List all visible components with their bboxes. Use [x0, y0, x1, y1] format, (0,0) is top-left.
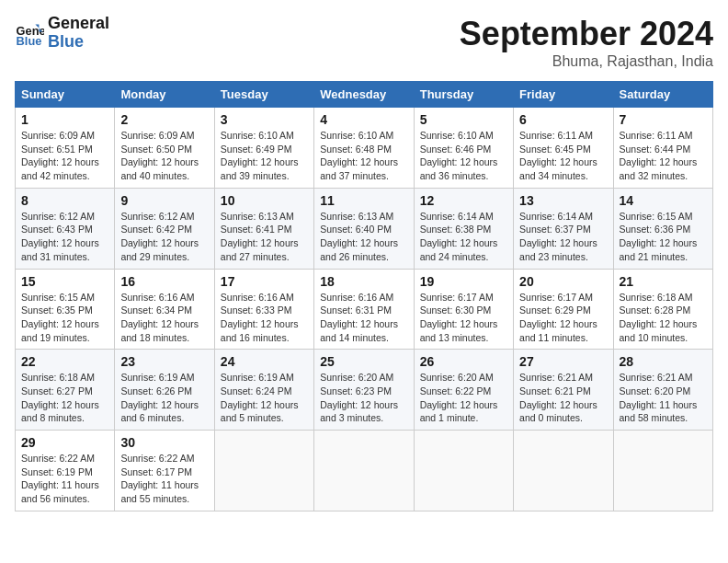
day-number: 15: [21, 274, 108, 289]
calendar-day-cell: 4Sunrise: 6:10 AM Sunset: 6:48 PM Daylig…: [314, 108, 414, 189]
calendar-day-cell: 12Sunrise: 6:14 AM Sunset: 6:38 PM Dayli…: [414, 188, 513, 269]
calendar-day-cell: 25Sunrise: 6:20 AM Sunset: 6:23 PM Dayli…: [314, 350, 414, 431]
calendar-day-cell: 27Sunrise: 6:21 AM Sunset: 6:21 PM Dayli…: [514, 350, 613, 431]
calendar-day-cell: 7Sunrise: 6:11 AM Sunset: 6:44 PM Daylig…: [613, 108, 712, 189]
page-header: General Blue General Blue September 2024…: [15, 15, 713, 70]
col-header-thursday: Thursday: [414, 82, 513, 108]
calendar-week-row: 22Sunrise: 6:18 AM Sunset: 6:27 PM Dayli…: [16, 350, 713, 431]
day-detail: Sunrise: 6:18 AM Sunset: 6:27 PM Dayligh…: [21, 371, 108, 425]
col-header-monday: Monday: [115, 82, 214, 108]
day-number: 19: [420, 274, 507, 289]
calendar-day-cell: 14Sunrise: 6:15 AM Sunset: 6:36 PM Dayli…: [613, 188, 712, 269]
calendar-day-cell: 29Sunrise: 6:22 AM Sunset: 6:19 PM Dayli…: [16, 431, 115, 511]
calendar-day-cell: 28Sunrise: 6:21 AM Sunset: 6:20 PM Dayli…: [613, 350, 712, 431]
calendar-week-row: 1Sunrise: 6:09 AM Sunset: 6:51 PM Daylig…: [16, 108, 713, 189]
col-header-sunday: Sunday: [16, 82, 115, 108]
day-number: 13: [519, 193, 607, 208]
day-number: 30: [120, 435, 208, 450]
calendar-day-cell: 9Sunrise: 6:12 AM Sunset: 6:42 PM Daylig…: [115, 188, 214, 269]
logo-text-blue: Blue: [48, 33, 109, 52]
calendar-day-cell: [214, 431, 313, 511]
day-detail: Sunrise: 6:17 AM Sunset: 6:30 PM Dayligh…: [420, 291, 507, 345]
day-detail: Sunrise: 6:14 AM Sunset: 6:38 PM Dayligh…: [420, 210, 507, 264]
day-detail: Sunrise: 6:12 AM Sunset: 6:42 PM Dayligh…: [120, 210, 208, 264]
calendar-title-block: September 2024 Bhuma, Rajasthan, India: [460, 15, 713, 70]
day-detail: Sunrise: 6:20 AM Sunset: 6:23 PM Dayligh…: [320, 371, 407, 425]
calendar-table: SundayMondayTuesdayWednesdayThursdayFrid…: [15, 81, 713, 511]
day-number: 28: [620, 354, 707, 369]
day-detail: Sunrise: 6:20 AM Sunset: 6:22 PM Dayligh…: [420, 371, 507, 425]
day-detail: Sunrise: 6:15 AM Sunset: 6:35 PM Dayligh…: [21, 291, 108, 345]
day-number: 25: [320, 354, 407, 369]
day-number: 2: [120, 112, 208, 127]
day-number: 26: [420, 354, 507, 369]
calendar-week-row: 29Sunrise: 6:22 AM Sunset: 6:19 PM Dayli…: [16, 431, 713, 511]
day-detail: Sunrise: 6:10 AM Sunset: 6:48 PM Dayligh…: [320, 129, 407, 183]
calendar-day-cell: 10Sunrise: 6:13 AM Sunset: 6:41 PM Dayli…: [214, 188, 313, 269]
day-number: 16: [120, 274, 208, 289]
day-number: 7: [620, 112, 707, 127]
day-detail: Sunrise: 6:11 AM Sunset: 6:45 PM Dayligh…: [519, 129, 607, 183]
calendar-day-cell: 6Sunrise: 6:11 AM Sunset: 6:45 PM Daylig…: [514, 108, 613, 189]
day-detail: Sunrise: 6:09 AM Sunset: 6:50 PM Dayligh…: [120, 129, 208, 183]
calendar-day-cell: 19Sunrise: 6:17 AM Sunset: 6:30 PM Dayli…: [414, 269, 513, 350]
day-detail: Sunrise: 6:17 AM Sunset: 6:29 PM Dayligh…: [519, 291, 607, 345]
day-number: 6: [519, 112, 607, 127]
day-detail: Sunrise: 6:19 AM Sunset: 6:26 PM Dayligh…: [120, 371, 208, 425]
day-number: 4: [320, 112, 407, 127]
calendar-day-cell: 11Sunrise: 6:13 AM Sunset: 6:40 PM Dayli…: [314, 188, 414, 269]
day-number: 1: [21, 112, 108, 127]
calendar-day-cell: 3Sunrise: 6:10 AM Sunset: 6:49 PM Daylig…: [214, 108, 313, 189]
day-number: 22: [21, 354, 108, 369]
day-number: 9: [120, 193, 208, 208]
calendar-day-cell: [414, 431, 513, 511]
day-number: 20: [519, 274, 607, 289]
day-detail: Sunrise: 6:10 AM Sunset: 6:49 PM Dayligh…: [221, 129, 308, 183]
day-detail: Sunrise: 6:19 AM Sunset: 6:24 PM Dayligh…: [221, 371, 308, 425]
col-header-wednesday: Wednesday: [314, 82, 414, 108]
day-number: 5: [420, 112, 507, 127]
col-header-saturday: Saturday: [613, 82, 712, 108]
day-detail: Sunrise: 6:15 AM Sunset: 6:36 PM Dayligh…: [620, 210, 707, 264]
calendar-day-cell: 20Sunrise: 6:17 AM Sunset: 6:29 PM Dayli…: [514, 269, 613, 350]
calendar-day-cell: 24Sunrise: 6:19 AM Sunset: 6:24 PM Dayli…: [214, 350, 313, 431]
calendar-day-cell: 2Sunrise: 6:09 AM Sunset: 6:50 PM Daylig…: [115, 108, 214, 189]
day-detail: Sunrise: 6:16 AM Sunset: 6:31 PM Dayligh…: [320, 291, 407, 345]
day-number: 11: [320, 193, 407, 208]
calendar-day-cell: 21Sunrise: 6:18 AM Sunset: 6:28 PM Dayli…: [613, 269, 712, 350]
calendar-day-cell: 18Sunrise: 6:16 AM Sunset: 6:31 PM Dayli…: [314, 269, 414, 350]
day-detail: Sunrise: 6:22 AM Sunset: 6:17 PM Dayligh…: [120, 452, 208, 506]
logo: General Blue General Blue: [15, 15, 109, 52]
day-detail: Sunrise: 6:22 AM Sunset: 6:19 PM Dayligh…: [21, 452, 108, 506]
calendar-day-cell: 23Sunrise: 6:19 AM Sunset: 6:26 PM Dayli…: [115, 350, 214, 431]
day-number: 8: [21, 193, 108, 208]
day-number: 17: [221, 274, 308, 289]
day-number: 27: [519, 354, 607, 369]
calendar-day-cell: 30Sunrise: 6:22 AM Sunset: 6:17 PM Dayli…: [115, 431, 214, 511]
day-detail: Sunrise: 6:13 AM Sunset: 6:41 PM Dayligh…: [221, 210, 308, 264]
day-detail: Sunrise: 6:13 AM Sunset: 6:40 PM Dayligh…: [320, 210, 407, 264]
day-detail: Sunrise: 6:11 AM Sunset: 6:44 PM Dayligh…: [620, 129, 707, 183]
day-number: 18: [320, 274, 407, 289]
calendar-week-row: 15Sunrise: 6:15 AM Sunset: 6:35 PM Dayli…: [16, 269, 713, 350]
calendar-day-cell: 17Sunrise: 6:16 AM Sunset: 6:33 PM Dayli…: [214, 269, 313, 350]
day-detail: Sunrise: 6:14 AM Sunset: 6:37 PM Dayligh…: [519, 210, 607, 264]
location-subtitle: Bhuma, Rajasthan, India: [460, 53, 713, 70]
calendar-day-cell: 16Sunrise: 6:16 AM Sunset: 6:34 PM Dayli…: [115, 269, 214, 350]
day-detail: Sunrise: 6:16 AM Sunset: 6:33 PM Dayligh…: [221, 291, 308, 345]
col-header-friday: Friday: [514, 82, 613, 108]
day-number: 21: [620, 274, 707, 289]
calendar-day-cell: [514, 431, 613, 511]
day-number: 23: [120, 354, 208, 369]
calendar-day-cell: 5Sunrise: 6:10 AM Sunset: 6:46 PM Daylig…: [414, 108, 513, 189]
calendar-day-cell: 8Sunrise: 6:12 AM Sunset: 6:43 PM Daylig…: [16, 188, 115, 269]
day-number: 14: [620, 193, 707, 208]
day-number: 3: [221, 112, 308, 127]
day-detail: Sunrise: 6:09 AM Sunset: 6:51 PM Dayligh…: [21, 129, 108, 183]
day-number: 29: [21, 435, 108, 450]
logo-icon: General Blue: [15, 18, 44, 48]
month-year-title: September 2024: [460, 15, 713, 53]
calendar-day-cell: 1Sunrise: 6:09 AM Sunset: 6:51 PM Daylig…: [16, 108, 115, 189]
calendar-day-cell: [314, 431, 414, 511]
calendar-day-cell: 22Sunrise: 6:18 AM Sunset: 6:27 PM Dayli…: [16, 350, 115, 431]
